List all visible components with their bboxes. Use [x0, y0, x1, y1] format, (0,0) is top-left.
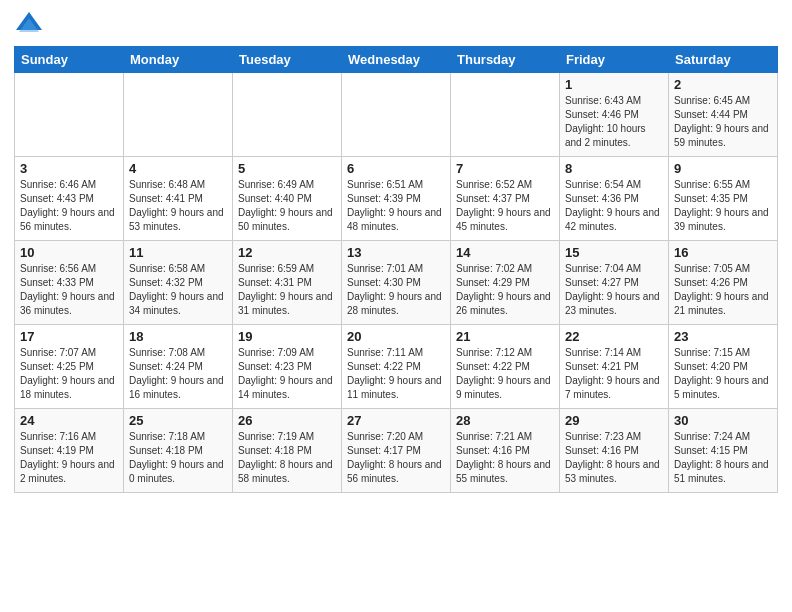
day-info: Sunrise: 6:51 AM Sunset: 4:39 PM Dayligh… [347, 178, 445, 234]
calendar-cell: 3Sunrise: 6:46 AM Sunset: 4:43 PM Daylig… [15, 157, 124, 241]
calendar-cell: 30Sunrise: 7:24 AM Sunset: 4:15 PM Dayli… [669, 409, 778, 493]
day-number: 23 [674, 329, 772, 344]
day-number: 20 [347, 329, 445, 344]
calendar-cell: 5Sunrise: 6:49 AM Sunset: 4:40 PM Daylig… [233, 157, 342, 241]
calendar-cell: 28Sunrise: 7:21 AM Sunset: 4:16 PM Dayli… [451, 409, 560, 493]
calendar-cell [124, 73, 233, 157]
calendar-cell: 2Sunrise: 6:45 AM Sunset: 4:44 PM Daylig… [669, 73, 778, 157]
day-number: 17 [20, 329, 118, 344]
day-number: 10 [20, 245, 118, 260]
day-info: Sunrise: 6:43 AM Sunset: 4:46 PM Dayligh… [565, 94, 663, 150]
calendar-cell: 7Sunrise: 6:52 AM Sunset: 4:37 PM Daylig… [451, 157, 560, 241]
day-number: 3 [20, 161, 118, 176]
week-row-3: 17Sunrise: 7:07 AM Sunset: 4:25 PM Dayli… [15, 325, 778, 409]
day-info: Sunrise: 6:48 AM Sunset: 4:41 PM Dayligh… [129, 178, 227, 234]
day-info: Sunrise: 6:56 AM Sunset: 4:33 PM Dayligh… [20, 262, 118, 318]
day-number: 24 [20, 413, 118, 428]
day-info: Sunrise: 7:21 AM Sunset: 4:16 PM Dayligh… [456, 430, 554, 486]
week-row-1: 3Sunrise: 6:46 AM Sunset: 4:43 PM Daylig… [15, 157, 778, 241]
day-number: 16 [674, 245, 772, 260]
day-number: 30 [674, 413, 772, 428]
day-number: 29 [565, 413, 663, 428]
day-info: Sunrise: 7:04 AM Sunset: 4:27 PM Dayligh… [565, 262, 663, 318]
calendar-cell: 26Sunrise: 7:19 AM Sunset: 4:18 PM Dayli… [233, 409, 342, 493]
header-day-friday: Friday [560, 47, 669, 73]
day-number: 11 [129, 245, 227, 260]
calendar-table: SundayMondayTuesdayWednesdayThursdayFrid… [14, 46, 778, 493]
day-info: Sunrise: 7:19 AM Sunset: 4:18 PM Dayligh… [238, 430, 336, 486]
day-info: Sunrise: 7:12 AM Sunset: 4:22 PM Dayligh… [456, 346, 554, 402]
day-number: 13 [347, 245, 445, 260]
day-info: Sunrise: 6:49 AM Sunset: 4:40 PM Dayligh… [238, 178, 336, 234]
calendar-cell: 1Sunrise: 6:43 AM Sunset: 4:46 PM Daylig… [560, 73, 669, 157]
calendar-cell: 23Sunrise: 7:15 AM Sunset: 4:20 PM Dayli… [669, 325, 778, 409]
calendar-cell: 24Sunrise: 7:16 AM Sunset: 4:19 PM Dayli… [15, 409, 124, 493]
week-row-0: 1Sunrise: 6:43 AM Sunset: 4:46 PM Daylig… [15, 73, 778, 157]
day-info: Sunrise: 7:18 AM Sunset: 4:18 PM Dayligh… [129, 430, 227, 486]
day-number: 14 [456, 245, 554, 260]
calendar-cell: 18Sunrise: 7:08 AM Sunset: 4:24 PM Dayli… [124, 325, 233, 409]
week-row-2: 10Sunrise: 6:56 AM Sunset: 4:33 PM Dayli… [15, 241, 778, 325]
calendar-cell: 14Sunrise: 7:02 AM Sunset: 4:29 PM Dayli… [451, 241, 560, 325]
day-number: 22 [565, 329, 663, 344]
day-info: Sunrise: 7:05 AM Sunset: 4:26 PM Dayligh… [674, 262, 772, 318]
header [14, 10, 778, 40]
header-day-tuesday: Tuesday [233, 47, 342, 73]
day-number: 19 [238, 329, 336, 344]
calendar-cell [15, 73, 124, 157]
day-info: Sunrise: 7:09 AM Sunset: 4:23 PM Dayligh… [238, 346, 336, 402]
day-info: Sunrise: 6:59 AM Sunset: 4:31 PM Dayligh… [238, 262, 336, 318]
calendar-cell: 13Sunrise: 7:01 AM Sunset: 4:30 PM Dayli… [342, 241, 451, 325]
day-number: 21 [456, 329, 554, 344]
day-number: 6 [347, 161, 445, 176]
header-day-sunday: Sunday [15, 47, 124, 73]
day-info: Sunrise: 7:24 AM Sunset: 4:15 PM Dayligh… [674, 430, 772, 486]
day-number: 25 [129, 413, 227, 428]
day-number: 26 [238, 413, 336, 428]
day-info: Sunrise: 6:55 AM Sunset: 4:35 PM Dayligh… [674, 178, 772, 234]
logo [14, 10, 48, 40]
calendar-cell: 10Sunrise: 6:56 AM Sunset: 4:33 PM Dayli… [15, 241, 124, 325]
day-info: Sunrise: 7:08 AM Sunset: 4:24 PM Dayligh… [129, 346, 227, 402]
calendar-cell: 19Sunrise: 7:09 AM Sunset: 4:23 PM Dayli… [233, 325, 342, 409]
day-info: Sunrise: 6:58 AM Sunset: 4:32 PM Dayligh… [129, 262, 227, 318]
header-day-monday: Monday [124, 47, 233, 73]
calendar-cell: 12Sunrise: 6:59 AM Sunset: 4:31 PM Dayli… [233, 241, 342, 325]
calendar-cell: 17Sunrise: 7:07 AM Sunset: 4:25 PM Dayli… [15, 325, 124, 409]
day-info: Sunrise: 7:16 AM Sunset: 4:19 PM Dayligh… [20, 430, 118, 486]
day-info: Sunrise: 7:15 AM Sunset: 4:20 PM Dayligh… [674, 346, 772, 402]
calendar-cell [451, 73, 560, 157]
calendar-cell [233, 73, 342, 157]
calendar-cell: 29Sunrise: 7:23 AM Sunset: 4:16 PM Dayli… [560, 409, 669, 493]
calendar-cell: 15Sunrise: 7:04 AM Sunset: 4:27 PM Dayli… [560, 241, 669, 325]
calendar-cell: 22Sunrise: 7:14 AM Sunset: 4:21 PM Dayli… [560, 325, 669, 409]
day-number: 4 [129, 161, 227, 176]
calendar-cell [342, 73, 451, 157]
day-info: Sunrise: 6:54 AM Sunset: 4:36 PM Dayligh… [565, 178, 663, 234]
calendar-cell: 21Sunrise: 7:12 AM Sunset: 4:22 PM Dayli… [451, 325, 560, 409]
calendar-cell: 6Sunrise: 6:51 AM Sunset: 4:39 PM Daylig… [342, 157, 451, 241]
header-row: SundayMondayTuesdayWednesdayThursdayFrid… [15, 47, 778, 73]
week-row-4: 24Sunrise: 7:16 AM Sunset: 4:19 PM Dayli… [15, 409, 778, 493]
calendar-body: 1Sunrise: 6:43 AM Sunset: 4:46 PM Daylig… [15, 73, 778, 493]
header-day-saturday: Saturday [669, 47, 778, 73]
day-number: 27 [347, 413, 445, 428]
header-day-thursday: Thursday [451, 47, 560, 73]
day-info: Sunrise: 7:14 AM Sunset: 4:21 PM Dayligh… [565, 346, 663, 402]
day-number: 12 [238, 245, 336, 260]
day-number: 2 [674, 77, 772, 92]
day-info: Sunrise: 7:11 AM Sunset: 4:22 PM Dayligh… [347, 346, 445, 402]
day-number: 5 [238, 161, 336, 176]
calendar-cell: 9Sunrise: 6:55 AM Sunset: 4:35 PM Daylig… [669, 157, 778, 241]
day-number: 9 [674, 161, 772, 176]
day-info: Sunrise: 6:52 AM Sunset: 4:37 PM Dayligh… [456, 178, 554, 234]
calendar-cell: 11Sunrise: 6:58 AM Sunset: 4:32 PM Dayli… [124, 241, 233, 325]
day-number: 28 [456, 413, 554, 428]
day-info: Sunrise: 6:46 AM Sunset: 4:43 PM Dayligh… [20, 178, 118, 234]
day-info: Sunrise: 7:23 AM Sunset: 4:16 PM Dayligh… [565, 430, 663, 486]
day-number: 1 [565, 77, 663, 92]
day-info: Sunrise: 7:07 AM Sunset: 4:25 PM Dayligh… [20, 346, 118, 402]
day-info: Sunrise: 7:01 AM Sunset: 4:30 PM Dayligh… [347, 262, 445, 318]
header-day-wednesday: Wednesday [342, 47, 451, 73]
page: SundayMondayTuesdayWednesdayThursdayFrid… [0, 0, 792, 612]
